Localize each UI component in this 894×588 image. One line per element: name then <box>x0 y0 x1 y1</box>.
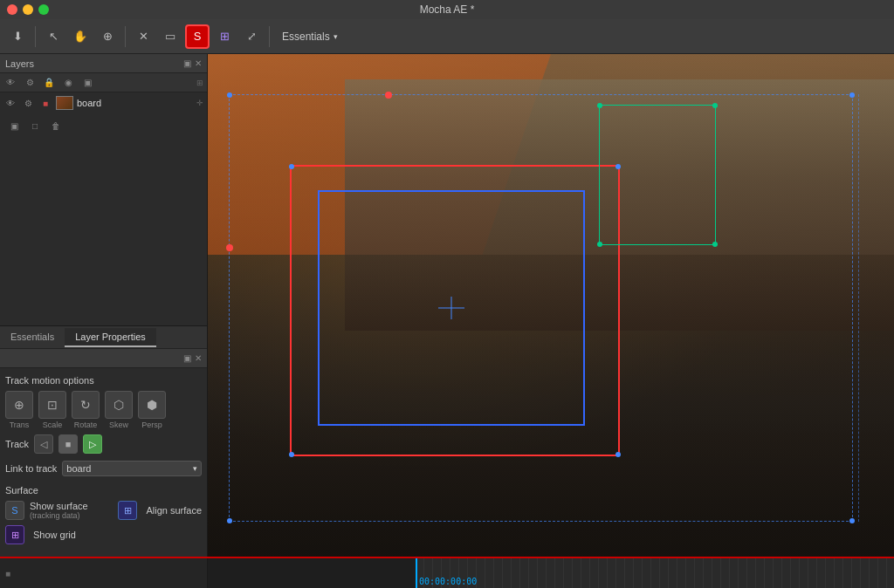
layer-visibility-icon[interactable]: 👁 <box>3 96 17 110</box>
hand-tool-button[interactable]: ✋ <box>68 24 93 49</box>
surface-title: Surface <box>5 485 202 496</box>
timeline-left: ■ <box>0 558 208 588</box>
perspective-tool-button[interactable]: ⤢ <box>239 24 264 49</box>
timeline-playhead[interactable] <box>416 558 417 588</box>
scale-label: Scale <box>43 420 63 429</box>
scale-icon: ⊡ <box>47 398 58 412</box>
show-grid-button[interactable]: ⊞ <box>5 525 24 544</box>
layer-name-label: board <box>77 98 193 108</box>
track-motion-title: Track motion options <box>5 375 202 386</box>
lock-col-icon: 🔒 <box>42 78 56 87</box>
properties-panel: Essentials Layer Properties ▣ ✕ Track mo… <box>0 326 207 557</box>
skew-icon: ⬡ <box>113 398 124 412</box>
essentials-dropdown[interactable]: Essentials ▾ <box>282 31 338 43</box>
timeline: ■ 00:00:00:00 <box>0 557 894 588</box>
grid-tool-button[interactable]: ⊞ <box>212 24 237 49</box>
mask-tool-button[interactable]: ▭ <box>158 24 182 49</box>
select-tool-button[interactable]: ↖ <box>41 24 65 49</box>
layers-collapse-button[interactable]: ▣ <box>183 58 191 68</box>
close-button[interactable] <box>7 4 17 15</box>
toolbar-separator-2 <box>125 26 126 47</box>
link-to-track-select[interactable]: board ▾ <box>62 461 202 476</box>
maximize-button[interactable] <box>38 4 49 15</box>
properties-content: Track motion options ⊕ Trans ⊡ Scale <box>0 368 207 557</box>
toolbar-separator-3 <box>269 26 270 47</box>
align-surface-label: Align surface <box>146 505 202 516</box>
layer-row[interactable]: 👁 ⚙ ■ board ✛ <box>0 92 207 113</box>
rotate-label: Rotate <box>74 420 98 429</box>
layers-panel: Layers ▣ ✕ 👁 ⚙ 🔒 ◉ ▣ ⊞ 👁 ⚙ ■ <box>0 54 207 326</box>
trans-icon: ⊕ <box>14 398 24 412</box>
visibility-col-icon: 👁 <box>3 78 17 87</box>
show-grid-row: ⊞ Show grid <box>5 525 202 544</box>
track-options-row: ⊕ Trans ⊡ Scale ↻ Rotate <box>5 391 202 429</box>
toolbar-separator <box>35 26 36 47</box>
properties-panel-controls: ▣ ✕ <box>0 349 207 368</box>
tab-essentials[interactable]: Essentials <box>0 328 65 347</box>
props-collapse-button[interactable]: ▣ <box>183 353 191 363</box>
skew-button[interactable]: ⬡ <box>105 391 133 419</box>
timeline-layer-indicator: ■ <box>5 569 10 578</box>
video-canvas <box>208 54 894 557</box>
surface-tool-button[interactable]: S <box>185 24 210 49</box>
add-layer-button[interactable]: ▣ <box>5 117 23 134</box>
layer-color-swatch[interactable]: ■ <box>38 96 52 110</box>
delete-layer-button[interactable]: 🗑 <box>47 117 65 134</box>
show-surface-row: S Show surface (tracking data) ⊞ Align s… <box>5 501 202 520</box>
layers-panel-title: Layers <box>5 58 34 69</box>
rotate-button[interactable]: ↻ <box>72 391 100 419</box>
track-back-button[interactable]: ◁ <box>34 434 53 454</box>
essentials-chevron-icon: ▾ <box>334 32 338 41</box>
toolbar: ⬇ ↖ ✋ ⊕ ✕ ▭ S ⊞ ⤢ Essentials ▾ <box>0 19 894 54</box>
minimize-button[interactable] <box>23 4 33 15</box>
layer-cursor-icon: ✛ <box>196 99 203 107</box>
layers-bottom-bar: ▣ □ 🗑 <box>0 113 207 138</box>
layers-column-headers: 👁 ⚙ 🔒 ◉ ▣ ⊞ <box>0 73 207 92</box>
link-to-track-label: Link to track <box>5 463 57 474</box>
track-play-button[interactable]: ▷ <box>83 434 102 454</box>
link-dropdown-icon: ▾ <box>193 464 197 473</box>
tab-layer-properties[interactable]: Layer Properties <box>65 328 156 347</box>
skew-label: Skew <box>109 420 128 429</box>
layers-close-button[interactable]: ✕ <box>195 58 202 68</box>
titlebar: Mocha AE * <box>0 0 894 19</box>
app-title: Mocha AE * <box>420 3 475 16</box>
show-surface-button[interactable]: S <box>5 501 24 520</box>
layers-header: Layers ▣ ✕ <box>0 54 207 73</box>
show-surface-text: Show surface (tracking data) <box>30 501 88 520</box>
props-close-button[interactable]: ✕ <box>195 353 202 363</box>
show-surface-sub: (tracking data) <box>30 511 88 520</box>
surface-section: Surface S Show surface (tracking data) ⊞… <box>5 485 202 544</box>
track-stop-button[interactable]: ■ <box>58 434 78 454</box>
trans-button[interactable]: ⊕ <box>5 391 33 419</box>
video-area <box>208 54 894 557</box>
main-layout: Layers ▣ ✕ 👁 ⚙ 🔒 ◉ ▣ ⊞ 👁 ⚙ ■ <box>0 54 894 557</box>
track-controls-row: Track ◁ ■ ▷ <box>5 434 202 454</box>
scale-button[interactable]: ⊡ <box>38 391 66 419</box>
persp-button[interactable]: ⬢ <box>138 391 166 419</box>
timeline-timecode: 00:00:00:00 <box>419 577 477 586</box>
right-boundary-line <box>858 94 860 522</box>
link-to-track-value: board <box>66 463 91 474</box>
layer-settings-icon[interactable]: ⚙ <box>21 96 35 110</box>
trans-label: Trans <box>10 420 30 429</box>
sort-icon[interactable]: ⊞ <box>196 79 203 87</box>
persp-icon: ⬢ <box>147 398 157 412</box>
properties-tabs: Essentials Layer Properties <box>0 326 207 349</box>
export-button[interactable]: ⬇ <box>5 24 30 49</box>
timeline-track[interactable]: 00:00:00:00 <box>416 558 894 588</box>
street-crowd <box>208 255 894 557</box>
duplicate-layer-button[interactable]: □ <box>26 117 44 134</box>
track-tool-button[interactable]: ✕ <box>131 24 155 49</box>
rotate-icon: ↻ <box>80 398 91 412</box>
layers-panel-controls: ▣ ✕ <box>183 58 202 68</box>
color-col-icon: ◉ <box>61 78 75 87</box>
align-surface-button[interactable]: ⊞ <box>118 501 137 520</box>
persp-label: Persp <box>141 420 162 429</box>
thumb-col-icon: ▣ <box>80 78 94 87</box>
zoom-tool-button[interactable]: ⊕ <box>95 24 120 49</box>
window-controls[interactable] <box>7 4 49 15</box>
show-surface-label: Show surface <box>30 501 88 511</box>
layer-thumbnail <box>56 96 73 110</box>
left-panel: Layers ▣ ✕ 👁 ⚙ 🔒 ◉ ▣ ⊞ 👁 ⚙ ■ <box>0 54 208 557</box>
